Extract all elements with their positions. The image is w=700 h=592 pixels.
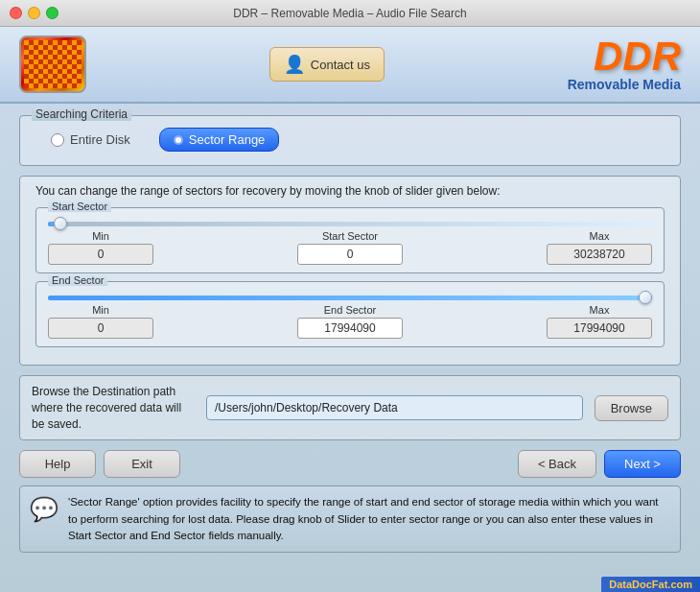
entire-disk-option[interactable]: Entire Disk — [51, 132, 130, 147]
logo-graphic — [24, 40, 82, 88]
brand-title: DDR — [568, 36, 681, 77]
end-max-group: Max — [547, 304, 652, 339]
sector-range-button[interactable]: Sector Range — [159, 128, 280, 152]
info-icon: 💬 — [30, 496, 58, 523]
sector-range-radio-dot — [174, 135, 183, 145]
main-content: Searching Criteria Entire Disk Sector Ra… — [0, 104, 700, 592]
brand-area: DDR Removable Media — [568, 36, 681, 92]
bottom-buttons: Help Exit < Back Next > — [19, 450, 681, 478]
end-sector-knob[interactable] — [639, 291, 652, 304]
start-sector-label: Start Sector — [48, 201, 111, 212]
end-max-label: Max — [590, 304, 610, 316]
search-criteria-row: Entire Disk Sector Range — [32, 124, 668, 155]
maximize-button[interactable] — [46, 7, 58, 19]
start-sector-knob[interactable] — [54, 217, 67, 230]
end-value-label: End Sector — [324, 304, 376, 316]
info-box: 💬 'Sector Range' option provides facilit… — [19, 485, 681, 553]
help-button[interactable]: Help — [19, 450, 96, 478]
end-sector-label: End Sector — [48, 274, 107, 286]
start-max-label: Max — [590, 230, 610, 242]
sector-range-label: Sector Range — [189, 132, 266, 147]
header: 👤 Contact us DDR Removable Media — [0, 27, 700, 104]
exit-button[interactable]: Exit — [104, 450, 180, 478]
start-value-label: Start Sector — [322, 230, 378, 242]
end-sector-fields: Min End Sector Max — [48, 304, 652, 339]
end-sector-group: End Sector Min End Sector Max — [35, 281, 665, 347]
contact-label: Contact us — [311, 58, 370, 72]
bottom-right-buttons: < Back Next > — [518, 450, 681, 478]
next-button[interactable]: Next > — [604, 450, 681, 478]
start-max-group: Max — [547, 230, 652, 265]
close-button[interactable] — [10, 7, 22, 19]
minimize-button[interactable] — [28, 7, 40, 19]
entire-disk-label: Entire Disk — [70, 132, 130, 147]
start-min-input[interactable] — [48, 244, 153, 265]
start-min-group: Min — [48, 230, 153, 265]
end-min-group: Min — [48, 304, 153, 339]
contact-icon: 👤 — [284, 54, 305, 75]
info-text: 'Sector Range' option provides facility … — [68, 494, 670, 544]
title-bar: DDR – Removable Media – Audio File Searc… — [0, 0, 700, 27]
browse-button[interactable]: Browse — [595, 395, 668, 421]
end-min-label: Min — [92, 304, 109, 316]
window-title: DDR – Removable Media – Audio File Searc… — [233, 7, 466, 20]
end-sector-track[interactable] — [48, 296, 652, 300]
brand-subtitle: Removable Media — [568, 77, 681, 92]
end-value-group: End Sector — [297, 304, 403, 339]
browse-row: Browse the Destination path where the re… — [19, 375, 681, 440]
back-button[interactable]: < Back — [518, 450, 596, 478]
start-sector-slider-container — [48, 222, 652, 226]
sector-info-description: You can change the range of sectors for … — [35, 184, 665, 198]
app-logo — [19, 36, 86, 93]
end-sector-fill — [48, 296, 652, 300]
sector-info-box: You can change the range of sectors for … — [19, 176, 681, 366]
end-min-input[interactable] — [48, 318, 153, 339]
start-min-label: Min — [92, 230, 109, 242]
end-sector-input[interactable] — [297, 318, 403, 339]
contact-button[interactable]: 👤 Contact us — [269, 47, 385, 82]
start-value-group: Start Sector — [297, 230, 403, 265]
browse-path-input[interactable] — [206, 395, 583, 420]
watermark-text: DataDocFat.com — [609, 579, 692, 590]
start-sector-group: Start Sector Min Start Sector Max — [35, 207, 665, 273]
start-sector-fields: Min Start Sector Max — [48, 230, 652, 265]
searching-criteria-label: Searching Criteria — [32, 107, 131, 121]
start-sector-track[interactable] — [48, 222, 652, 226]
window-controls — [10, 7, 58, 19]
entire-disk-radio[interactable] — [51, 133, 64, 147]
bottom-left-buttons: Help Exit — [19, 450, 180, 478]
start-max-input[interactable] — [547, 244, 652, 265]
watermark: DataDocFat.com — [601, 577, 700, 592]
browse-label: Browse the Destination path where the re… — [32, 384, 195, 432]
searching-criteria-group: Searching Criteria Entire Disk Sector Ra… — [19, 115, 681, 166]
start-sector-input[interactable] — [297, 244, 403, 265]
end-max-input[interactable] — [547, 318, 652, 339]
end-sector-slider-container — [48, 296, 652, 300]
